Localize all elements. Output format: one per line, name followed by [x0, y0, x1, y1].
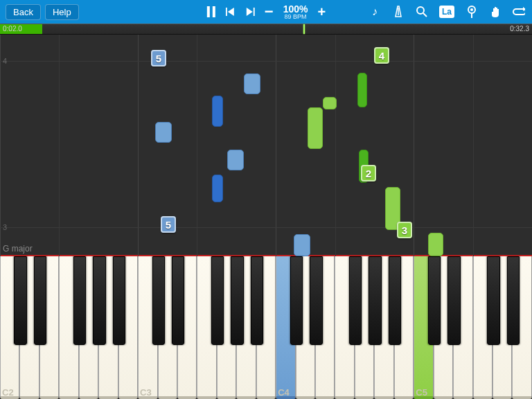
falling-note — [308, 107, 323, 149]
search-icon[interactable] — [416, 6, 428, 18]
speed-bpm: 89 BPM — [283, 14, 308, 20]
falling-note — [294, 234, 310, 256]
falling-note — [428, 233, 443, 256]
note-icon[interactable]: ♪ — [369, 6, 381, 18]
svg-rect-2 — [226, 8, 227, 16]
black-key[interactable] — [73, 256, 86, 345]
black-key[interactable] — [211, 256, 224, 345]
falling-note — [227, 150, 244, 170]
marker-icon[interactable] — [466, 6, 478, 18]
black-key[interactable] — [34, 256, 46, 345]
svg-point-8 — [417, 7, 424, 14]
time-total: 0:32.3 — [510, 25, 529, 33]
black-key[interactable] — [93, 256, 105, 345]
black-key[interactable] — [389, 256, 401, 345]
measure-label: 3 — [3, 223, 7, 231]
loop-icon[interactable] — [513, 6, 525, 18]
svg-marker-3 — [228, 8, 234, 16]
hand-icon[interactable] — [489, 6, 502, 18]
falling-note — [357, 73, 367, 107]
svg-rect-5 — [254, 8, 255, 16]
black-key[interactable] — [349, 256, 362, 345]
finger-hint: 5 — [161, 216, 176, 233]
labels-icon[interactable]: La — [439, 6, 454, 18]
black-key[interactable] — [113, 256, 125, 345]
minus-icon[interactable]: − — [265, 3, 274, 21]
black-key[interactable] — [310, 256, 322, 345]
svg-line-9 — [423, 13, 427, 17]
falling-note — [155, 122, 172, 143]
playback-controls: − 100% 89 BPM + — [206, 3, 326, 21]
toolbar: Back Help − 100% 89 BPM + ♪ La — [0, 0, 532, 24]
loop-marker[interactable] — [303, 24, 305, 34]
svg-rect-0 — [207, 6, 210, 17]
black-key[interactable] — [152, 256, 165, 345]
black-key[interactable] — [428, 256, 441, 345]
black-key[interactable] — [290, 256, 303, 345]
falling-note — [212, 175, 223, 202]
black-key[interactable] — [369, 256, 381, 345]
pause-icon[interactable] — [206, 6, 216, 17]
svg-rect-1 — [213, 6, 215, 17]
octave-label: C3 — [140, 387, 152, 398]
prev-icon[interactable] — [226, 8, 236, 16]
black-key[interactable] — [447, 256, 460, 345]
time-elapsed: 0:02.0 — [3, 25, 22, 33]
metronome-icon[interactable] — [392, 6, 405, 18]
black-key[interactable] — [507, 256, 520, 345]
next-icon[interactable] — [245, 8, 255, 16]
finger-hint: 2 — [361, 165, 376, 181]
black-key[interactable] — [251, 256, 263, 345]
key-signature-label: G major — [3, 244, 33, 254]
black-key[interactable] — [14, 256, 26, 345]
finger-hint: 4 — [374, 47, 389, 64]
falling-note — [244, 73, 260, 94]
help-button[interactable]: Help — [45, 4, 79, 20]
plus-icon[interactable]: + — [317, 4, 326, 20]
back-button[interactable]: Back — [6, 4, 41, 20]
speed-display[interactable]: 100% 89 BPM — [283, 4, 308, 20]
black-key[interactable] — [487, 256, 499, 345]
falling-note — [323, 97, 337, 109]
svg-marker-4 — [247, 8, 253, 16]
finger-hint: 5 — [151, 50, 166, 66]
tool-icons: ♪ La — [369, 6, 525, 18]
falling-note — [212, 96, 223, 127]
octave-label: C2 — [2, 387, 14, 398]
measure-label: 4 — [3, 57, 7, 65]
progress-bar[interactable]: 0:02.0 0:32.3 — [0, 24, 532, 35]
notefall-area[interactable]: G major 4355423 — [0, 35, 532, 256]
black-key[interactable] — [172, 256, 184, 345]
octave-label: C4 — [278, 387, 290, 398]
piano-keyboard[interactable]: C2C3C4C5 — [0, 256, 532, 399]
finger-hint: 3 — [397, 222, 412, 238]
svg-point-11 — [470, 8, 473, 11]
black-key[interactable] — [231, 256, 243, 345]
speed-percent: 100% — [283, 4, 308, 14]
octave-label: C5 — [416, 387, 427, 398]
